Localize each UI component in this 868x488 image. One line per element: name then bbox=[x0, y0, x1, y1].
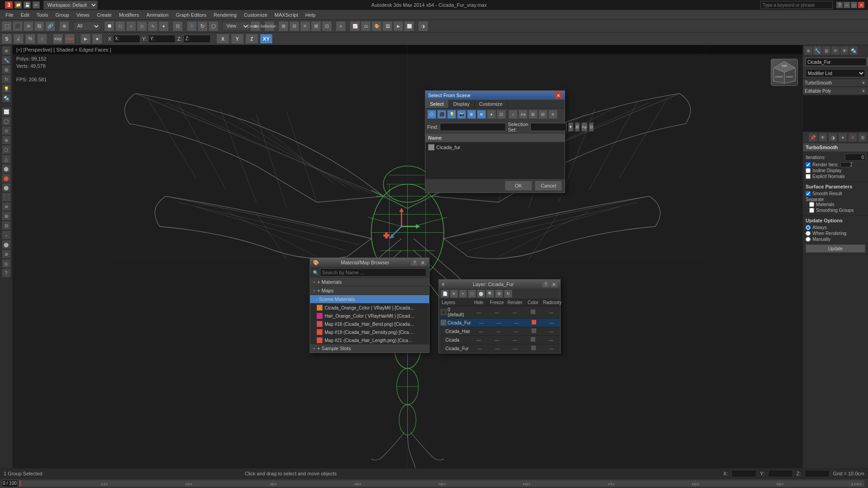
left-tool-15[interactable]: ⬤ bbox=[2, 240, 11, 249]
mat-item-4[interactable]: Map #21 (Cicada_Hair_Length.png) [Cicada… bbox=[310, 336, 429, 344]
left-tool-17[interactable]: ◎ bbox=[2, 259, 11, 268]
display-subtree-btn[interactable]: ⊞ bbox=[575, 122, 580, 131]
layer-color-3[interactable] bbox=[524, 336, 542, 344]
xy-plane-btn[interactable]: XY bbox=[260, 34, 273, 44]
rect-select-btn[interactable]: □ bbox=[115, 21, 125, 31]
select-subtree-btn[interactable]: ⊞ bbox=[528, 110, 538, 119]
timeline-bar[interactable]: 10 20 30 40 50 60 70 80 90 100 bbox=[19, 480, 864, 487]
layer-mgr-btn[interactable]: ≡ bbox=[336, 21, 346, 31]
mat-question-btn[interactable]: ? bbox=[411, 259, 418, 266]
layer-color-4[interactable] bbox=[524, 344, 542, 352]
layer-freeze-4[interactable]: — bbox=[488, 345, 506, 352]
quick-render-btn[interactable]: ▶ bbox=[393, 21, 403, 31]
viewport[interactable]: [+] [Perspective] [ Shaded + Edged Faces… bbox=[13, 45, 802, 468]
toolbar-icon-file[interactable]: 📁 bbox=[14, 1, 22, 9]
layer-render-2[interactable]: — bbox=[507, 328, 525, 335]
menu-animation[interactable]: Animation bbox=[143, 11, 172, 19]
menu-tools[interactable]: Tools bbox=[33, 11, 52, 19]
cancel-button[interactable]: Cancel bbox=[535, 181, 562, 191]
scale-btn[interactable]: ⬡ bbox=[208, 21, 218, 31]
menu-file[interactable]: File bbox=[2, 11, 17, 19]
turbosm-options-btn[interactable]: ▾ bbox=[861, 80, 866, 85]
menu-rendering[interactable]: Rendering bbox=[210, 11, 241, 19]
play-anim-btn[interactable]: ▶ bbox=[80, 34, 90, 44]
active-shade-icon-btn[interactable]: ◑ bbox=[828, 133, 837, 142]
left-tool-4[interactable]: ⊕ bbox=[2, 136, 11, 145]
smoothing-groups-checkbox[interactable] bbox=[809, 208, 814, 213]
display-tab[interactable]: Display bbox=[449, 100, 475, 108]
align-btn[interactable]: ⊟ bbox=[289, 21, 299, 31]
find-input[interactable] bbox=[440, 123, 506, 131]
explicit-normals-checkbox[interactable] bbox=[806, 174, 811, 179]
lights-filter-btn[interactable]: 💡 bbox=[447, 110, 456, 119]
maximize-button[interactable]: □ bbox=[851, 2, 857, 8]
viewcube-box[interactable]: TOP RIGHT FRONT bbox=[771, 59, 798, 86]
render-iters-checkbox[interactable] bbox=[806, 162, 811, 167]
layer-row-3[interactable]: Cicada — — — — bbox=[439, 336, 560, 344]
unlink-btn[interactable]: 🔗 bbox=[45, 21, 55, 31]
object-name-input[interactable] bbox=[806, 58, 867, 66]
update-button[interactable]: Update bbox=[806, 244, 865, 253]
mat-item-3[interactable]: Map #19 (Cicada_Hair_Density.png) [Cicad… bbox=[310, 328, 429, 336]
select-move-btn[interactable]: ✛ bbox=[187, 21, 197, 31]
selection-filter-dropdown[interactable]: All bbox=[73, 22, 100, 31]
layer-close-btn[interactable]: ✕ bbox=[550, 281, 557, 287]
left-tool-8[interactable]: ⬤ bbox=[2, 174, 11, 183]
layer-color-0[interactable] bbox=[524, 308, 542, 316]
select-dialog-titlebar[interactable]: Select From Scene ✕ bbox=[425, 91, 565, 100]
layer-freeze-1[interactable]: — bbox=[490, 319, 508, 326]
render-frame-window-btn[interactable]: ⬜ bbox=[404, 21, 414, 31]
smooth-result-checkbox[interactable] bbox=[806, 191, 811, 196]
reference-coord-dropdown[interactable]: View bbox=[222, 22, 250, 31]
active-shade-btn[interactable]: ◑ bbox=[418, 21, 428, 31]
layer-hide-2[interactable]: — bbox=[472, 328, 490, 335]
layer-hide-3[interactable]: — bbox=[470, 337, 488, 343]
spacewarps-filter-btn[interactable]: ≋ bbox=[477, 110, 486, 119]
hierarchy-panel-btn[interactable]: ⊞ bbox=[822, 46, 831, 55]
select-layers-btn[interactable]: ≡ bbox=[548, 110, 557, 119]
help-button[interactable]: ? bbox=[836, 2, 843, 8]
select-children-btn[interactable]: ⊟ bbox=[589, 122, 594, 131]
layer-render-1[interactable]: — bbox=[508, 319, 525, 326]
geometry-filter-btn[interactable]: ⬡ bbox=[427, 110, 436, 119]
layer-row-1[interactable]: Cicada_Fur — — — — bbox=[439, 319, 560, 327]
mat-search-input[interactable] bbox=[320, 268, 426, 277]
z-coord-input[interactable] bbox=[184, 35, 211, 43]
when-rendering-radio[interactable] bbox=[806, 231, 811, 236]
left-tool-5[interactable]: ⬡ bbox=[2, 145, 11, 154]
align4-btn[interactable]: ⊡ bbox=[322, 21, 332, 31]
left-tool-16[interactable]: ⊗ bbox=[2, 249, 11, 258]
menu-help[interactable]: Help bbox=[302, 11, 319, 19]
customize-tab[interactable]: Customize bbox=[475, 100, 508, 108]
left-tool-11[interactable]: ≋ bbox=[2, 202, 11, 211]
helpers-filter-btn[interactable]: ⊕ bbox=[467, 110, 476, 119]
config-modifier-sets-btn[interactable]: ⚙ bbox=[858, 133, 867, 142]
left-tool-14[interactable]: ⬦ bbox=[2, 230, 11, 239]
always-radio[interactable] bbox=[806, 225, 811, 230]
case-sensitive-btn[interactable]: Aa bbox=[581, 122, 587, 131]
add-selected-btn[interactable]: + bbox=[459, 290, 467, 298]
case-btn[interactable]: Aa bbox=[519, 110, 528, 119]
menu-modifiers[interactable]: Modifiers bbox=[115, 11, 143, 19]
layer-radiosity-2[interactable]: — bbox=[542, 328, 560, 335]
align3-btn[interactable]: ⊠ bbox=[311, 21, 321, 31]
layer-radiosity-3[interactable]: — bbox=[542, 337, 560, 343]
window-crossing-btn[interactable]: ⊡ bbox=[173, 21, 183, 31]
menu-edit[interactable]: Edit bbox=[17, 11, 33, 19]
find-btn[interactable]: 🔍 bbox=[486, 290, 494, 298]
layer-check-1[interactable] bbox=[441, 320, 446, 325]
layer-hide-1[interactable]: — bbox=[473, 319, 491, 326]
turbosm-modifier-item[interactable]: TurboSmooth ▾ bbox=[803, 79, 868, 86]
show-result-btn[interactable]: 👁 bbox=[818, 133, 827, 142]
create-tab[interactable]: ⊕ bbox=[2, 46, 11, 55]
select-dialog-close-btn[interactable]: ✕ bbox=[555, 92, 562, 99]
highlight-active-btn[interactable]: ⬤ bbox=[477, 290, 485, 298]
layer-radiosity-4[interactable]: — bbox=[542, 345, 560, 352]
layer-color-2[interactable] bbox=[525, 327, 542, 335]
manually-radio[interactable] bbox=[806, 237, 811, 242]
left-tool-2[interactable]: ◯ bbox=[2, 117, 11, 126]
modify-panel-btn[interactable]: 🔧 bbox=[813, 46, 822, 55]
layer-row-2[interactable]: Cicada_Hair — — — — bbox=[439, 327, 560, 336]
set-key-btn[interactable]: Key bbox=[53, 34, 63, 44]
spinner-snap-btn[interactable]: ↕ bbox=[37, 34, 47, 44]
